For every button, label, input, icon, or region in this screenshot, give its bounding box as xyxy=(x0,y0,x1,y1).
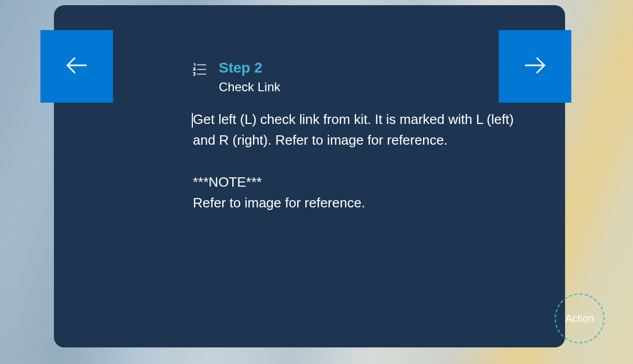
numbered-list-icon xyxy=(193,63,206,76)
step-body-text[interactable]: Get left (L) check link from kit. It is … xyxy=(193,109,514,213)
arrow-right-icon xyxy=(522,52,548,81)
next-step-button[interactable] xyxy=(499,30,571,103)
step-label: Step 2 xyxy=(219,59,280,77)
step-card: Step 2 Check Link Get left (L) check lin… xyxy=(54,5,565,347)
step-header: Step 2 Check Link xyxy=(193,59,280,94)
previous-step-button[interactable] xyxy=(40,30,113,103)
arrow-left-icon xyxy=(63,52,90,81)
action-button[interactable]: Action xyxy=(555,293,604,343)
action-button-label: Action xyxy=(565,313,594,325)
step-title: Check Link xyxy=(219,80,280,94)
